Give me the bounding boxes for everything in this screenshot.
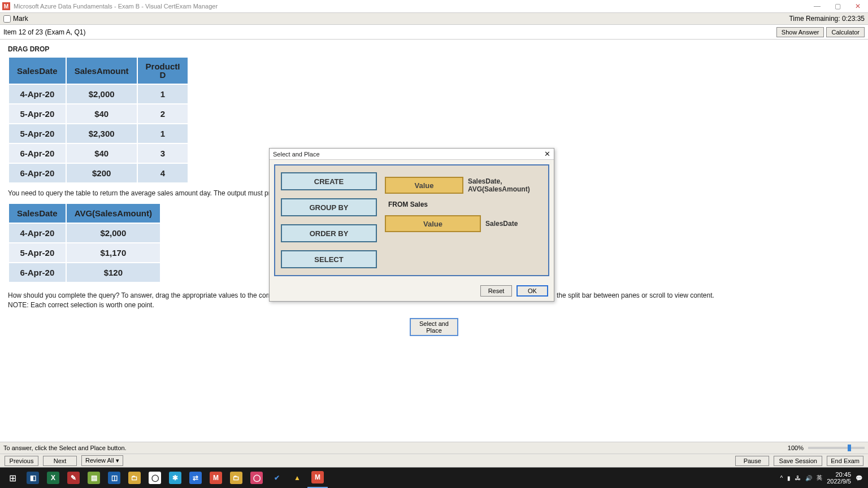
mark-checkbox[interactable] xyxy=(3,15,11,23)
chrome-icon[interactable]: ◯ xyxy=(145,468,165,488)
network-icon[interactable]: 🖧 xyxy=(795,475,801,481)
app-icon-pink[interactable]: ◯ xyxy=(246,468,267,488)
app-icon-blue[interactable]: ◫ xyxy=(104,468,124,488)
app-icon-blue2[interactable]: ⇄ xyxy=(185,468,206,488)
result-table: SalesDate AVG(SalesAmount) 4-Apr-20$2,00… xyxy=(8,203,161,283)
source-select[interactable]: SELECT xyxy=(281,250,377,268)
window-controls: — ▢ ✕ xyxy=(807,2,868,10)
table-row: 5-Apr-20$2,3001 xyxy=(8,124,188,143)
drop-target-2[interactable]: Value xyxy=(385,215,481,232)
table-row: 4-Apr-20$2,000 xyxy=(8,223,160,243)
save-session-button[interactable]: Save Session xyxy=(774,456,822,466)
explorer-icon[interactable]: 🗀 xyxy=(124,468,145,488)
content-area: DRAG DROP SalesDate SalesAmount ProductI… xyxy=(0,40,868,435)
volume-icon[interactable]: 🔊 xyxy=(805,475,812,481)
source-groupby[interactable]: GROUP BY xyxy=(281,198,377,216)
start-icon[interactable]: ⊞ xyxy=(2,468,23,488)
item-label: Item 12 of 23 (Exam A, Q1) xyxy=(3,28,85,36)
zoom-slider[interactable] xyxy=(808,447,865,449)
app-icon-cyan[interactable]: ✱ xyxy=(165,468,185,488)
pause-button[interactable]: Pause xyxy=(735,456,769,466)
col-productid: ProductID xyxy=(137,57,189,84)
taskview-icon[interactable]: ◧ xyxy=(23,468,43,488)
table-row: 4-Apr-20$2,0001 xyxy=(8,84,188,104)
table-row: 5-Apr-20$402 xyxy=(8,104,188,124)
window-title: Microsoft Azure Data Fundamentals - Exam… xyxy=(14,3,218,10)
minimize-icon[interactable]: — xyxy=(807,2,827,10)
review-all-button[interactable]: Review All ▾ xyxy=(81,455,123,466)
from-clause: FROM Sales xyxy=(385,201,548,208)
table-row: 5-Apr-20$1,170 xyxy=(8,243,160,263)
select-and-place-dialog: Select and Place ✕ CREATE GROUP BY ORDER… xyxy=(269,148,554,302)
excel-icon[interactable]: X xyxy=(43,468,63,488)
drop-target-1[interactable]: Value xyxy=(385,177,463,194)
system-tray: ^ ▮ 🖧 🔊 英 20:45 2022/9/5 💬 xyxy=(780,471,866,485)
hint-bar: To answer, click the Select and Place bu… xyxy=(0,442,868,454)
battery-icon[interactable]: ▮ xyxy=(787,475,791,481)
vce-icon-active[interactable]: M xyxy=(307,468,328,488)
ime-indicator[interactable]: 英 xyxy=(817,474,822,482)
end-exam-button[interactable]: End Exam xyxy=(827,456,863,466)
clock[interactable]: 20:45 2022/9/5 xyxy=(827,471,851,485)
source-orderby[interactable]: ORDER BY xyxy=(281,224,377,242)
table-row: 6-Apr-20$2004 xyxy=(8,163,188,183)
mark-bar: Mark Time Remaining: 0:23:35 xyxy=(0,12,868,25)
app-icon: M xyxy=(2,2,10,10)
app-icon-yellow[interactable]: ▲ xyxy=(287,468,307,488)
source-create[interactable]: CREATE xyxy=(281,172,377,190)
app-icon-red[interactable]: ✎ xyxy=(63,468,84,488)
table-row: 6-Apr-20$120 xyxy=(8,263,160,282)
titlebar: M Microsoft Azure Data Fundamentals - Ex… xyxy=(0,0,868,12)
col-salesdate: SalesDate xyxy=(8,203,66,223)
target-text-2: SalesDate xyxy=(485,220,518,228)
taskbar: ⊞ ◧ X ✎ ▤ ◫ 🗀 ◯ ✱ ⇄ M 🗀 ◯ ✔ ▲ M ^ ▮ 🖧 🔊 … xyxy=(0,468,868,488)
zoom-level: 100% xyxy=(788,445,804,451)
item-row: Item 12 of 23 (Exam A, Q1) Show Answer C… xyxy=(0,25,868,40)
select-and-place-button[interactable]: Select and Place xyxy=(410,318,458,336)
col-avg: AVG(SalesAmount) xyxy=(66,203,160,223)
col-salesdate: SalesDate xyxy=(8,57,66,84)
question-type: DRAG DROP xyxy=(8,45,860,53)
time-remaining: Time Remaining: 0:23:35 xyxy=(789,15,865,23)
maximize-icon[interactable]: ▢ xyxy=(827,2,848,10)
dialog-titlebar: Select and Place ✕ xyxy=(270,149,554,160)
notepad-icon[interactable]: ▤ xyxy=(84,468,104,488)
table-row: 6-Apr-20$403 xyxy=(8,143,188,163)
close-icon[interactable]: ✕ xyxy=(848,2,868,10)
next-button[interactable]: Next xyxy=(43,456,77,466)
check-icon[interactable]: ✔ xyxy=(267,468,287,488)
tray-chevron-icon[interactable]: ^ xyxy=(780,475,783,481)
dialog-title: Select and Place xyxy=(273,151,320,158)
target-text-1: SalesDate, AVG(SalesAmount) xyxy=(468,177,548,193)
folder-icon[interactable]: 🗀 xyxy=(226,468,246,488)
previous-button[interactable]: Previous xyxy=(5,456,38,466)
show-answer-button[interactable]: Show Answer xyxy=(776,27,824,37)
mark-label: Mark xyxy=(13,15,28,23)
ok-button[interactable]: OK xyxy=(517,285,548,297)
notifications-icon[interactable]: 💬 xyxy=(856,475,862,481)
sales-table: SalesDate SalesAmount ProductID 4-Apr-20… xyxy=(8,56,189,184)
vce-icon[interactable]: M xyxy=(206,468,226,488)
nav-bar: Previous Next Review All ▾ Pause Save Se… xyxy=(0,454,868,468)
source-column: CREATE GROUP BY ORDER BY SELECT xyxy=(281,172,377,268)
target-column: Value SalesDate, AVG(SalesAmount) FROM S… xyxy=(385,172,548,268)
calculator-button[interactable]: Calculator xyxy=(826,27,865,37)
hint-text: To answer, click the Select and Place bu… xyxy=(3,445,127,451)
reset-button[interactable]: Reset xyxy=(480,285,512,297)
dialog-close-icon[interactable]: ✕ xyxy=(544,150,550,158)
col-salesamount: SalesAmount xyxy=(66,57,137,84)
